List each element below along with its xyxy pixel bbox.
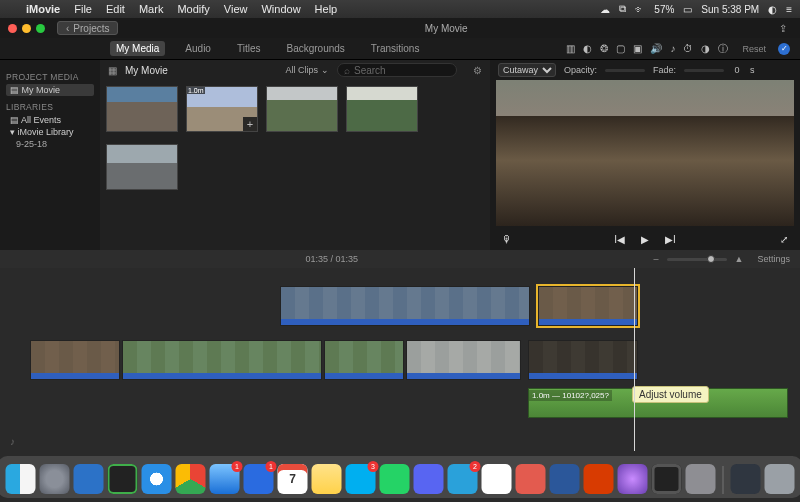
speed-icon[interactable]: ⏱ bbox=[683, 43, 693, 54]
battery-icon[interactable]: ▭ bbox=[683, 4, 692, 15]
spotlight-icon[interactable]: ◐ bbox=[768, 4, 777, 15]
timeline-clip[interactable] bbox=[528, 340, 638, 380]
sidebar-item-event[interactable]: 9-25-18 bbox=[6, 138, 94, 150]
app-menu[interactable]: iMovie bbox=[26, 3, 60, 15]
timeline-clip[interactable] bbox=[324, 340, 404, 380]
play-button[interactable]: ▶ bbox=[641, 234, 649, 245]
sidebar-item-project[interactable]: ▤ My Movie bbox=[6, 84, 94, 96]
apply-check-icon[interactable]: ✓ bbox=[778, 43, 790, 55]
stabilize-icon[interactable]: ▣ bbox=[633, 43, 642, 54]
opacity-slider[interactable] bbox=[605, 69, 645, 72]
traffic-lights bbox=[0, 24, 57, 33]
zoom-slider[interactable] bbox=[667, 258, 727, 261]
tab-audio[interactable]: Audio bbox=[179, 41, 217, 56]
dock-safari-icon[interactable] bbox=[142, 464, 172, 494]
timeline-clip[interactable] bbox=[122, 340, 322, 380]
menu-modify[interactable]: Modify bbox=[177, 3, 209, 15]
search-input[interactable]: ⌕ Search bbox=[337, 63, 457, 77]
timeline[interactable]: 1.0m — 10102?,025? Adjust volume ♪ bbox=[0, 268, 800, 451]
media-thumbnail[interactable] bbox=[106, 86, 178, 132]
dock-mail-icon[interactable]: 1 bbox=[210, 464, 240, 494]
reset-button[interactable]: Reset bbox=[742, 44, 766, 54]
overlay-mode-select[interactable]: Cutaway bbox=[498, 63, 556, 77]
notifications-icon[interactable]: ≡ bbox=[786, 4, 792, 15]
menu-file[interactable]: File bbox=[74, 3, 92, 15]
zoom-out-icon[interactable]: – bbox=[654, 254, 659, 264]
share-button[interactable]: ⇪ bbox=[774, 23, 792, 34]
dock-things-icon[interactable]: 1 bbox=[244, 464, 274, 494]
sidebar-item-imovie-library[interactable]: ▾ iMovie Library bbox=[6, 126, 94, 138]
dock-launchpad-icon[interactable] bbox=[40, 464, 70, 494]
filter-icon[interactable]: ◑ bbox=[701, 43, 710, 54]
color-correction-icon[interactable]: ❂ bbox=[600, 43, 608, 54]
close-button[interactable] bbox=[8, 24, 17, 33]
color-balance-icon[interactable]: ◐ bbox=[583, 43, 592, 54]
preview-viewer: Cutaway Opacity: Fade: 0 s 🎙 I◀ ▶ ▶I ⤢ bbox=[490, 60, 800, 250]
minimize-button[interactable] bbox=[22, 24, 31, 33]
tab-transitions[interactable]: Transitions bbox=[365, 41, 426, 56]
clips-filter[interactable]: All Clips ⌄ bbox=[285, 65, 329, 75]
dock-slack-icon[interactable] bbox=[482, 464, 512, 494]
dock-wunderlist-icon[interactable] bbox=[516, 464, 546, 494]
zoom-in-icon[interactable]: ▲ bbox=[735, 254, 744, 264]
timeline-settings-button[interactable]: Settings bbox=[757, 254, 790, 264]
menu-view[interactable]: View bbox=[224, 3, 248, 15]
dock-skype-icon[interactable]: 3 bbox=[346, 464, 376, 494]
media-thumbnail[interactable] bbox=[106, 144, 178, 190]
zoom-button[interactable] bbox=[36, 24, 45, 33]
noise-icon[interactable]: ♪ bbox=[670, 43, 675, 54]
view-toggle-icon[interactable]: ▦ bbox=[108, 65, 117, 76]
menu-edit[interactable]: Edit bbox=[106, 3, 125, 15]
info-icon[interactable]: ⓘ bbox=[718, 42, 728, 56]
tab-my-media[interactable]: My Media bbox=[110, 41, 165, 56]
clock[interactable]: Sun 5:38 PM bbox=[701, 4, 759, 15]
media-browser: ▦ My Movie All Clips ⌄ ⌕ Search ⚙ 1.0m + bbox=[100, 60, 490, 250]
preview-screen[interactable] bbox=[496, 80, 794, 226]
cloud-icon[interactable]: ☁ bbox=[600, 4, 610, 15]
playhead[interactable] bbox=[634, 268, 635, 451]
dock-pycharm-icon[interactable] bbox=[108, 464, 138, 494]
browser-settings-icon[interactable]: ⚙ bbox=[473, 65, 482, 76]
back-to-projects-button[interactable]: ‹ Projects bbox=[57, 21, 118, 35]
dock-finder-icon[interactable] bbox=[6, 464, 36, 494]
dock-whatsapp-icon[interactable] bbox=[380, 464, 410, 494]
wifi-icon[interactable]: ᯤ bbox=[635, 4, 645, 15]
dock-downloads-icon[interactable] bbox=[731, 464, 761, 494]
keyer-icon[interactable]: ▥ bbox=[566, 43, 575, 54]
dock-telegram-icon[interactable]: 2 bbox=[448, 464, 478, 494]
dock-app-icon[interactable] bbox=[584, 464, 614, 494]
dock-obs-icon[interactable] bbox=[652, 464, 682, 494]
audio-clip-label: 1.0m — 10102?,025? bbox=[529, 390, 612, 401]
media-thumbnail[interactable] bbox=[346, 86, 418, 132]
timeline-clip[interactable] bbox=[406, 340, 521, 380]
timeline-clip[interactable] bbox=[280, 286, 530, 326]
dropbox-icon[interactable]: ⧉ bbox=[619, 3, 626, 15]
voiceover-icon[interactable]: 🎙 bbox=[502, 234, 512, 245]
dock-word-icon[interactable] bbox=[550, 464, 580, 494]
timeline-clip-selected[interactable] bbox=[538, 286, 638, 326]
crop-icon[interactable]: ▢ bbox=[616, 43, 625, 54]
fade-slider[interactable] bbox=[684, 69, 724, 72]
dock-chrome-icon[interactable] bbox=[176, 464, 206, 494]
volume-icon[interactable]: 🔊 bbox=[650, 43, 662, 54]
fullscreen-icon[interactable]: ⤢ bbox=[780, 234, 788, 245]
menu-mark[interactable]: Mark bbox=[139, 3, 163, 15]
dock-xcode-icon[interactable] bbox=[74, 464, 104, 494]
dock-imovie-icon[interactable] bbox=[618, 464, 648, 494]
dock-notes-icon[interactable] bbox=[312, 464, 342, 494]
menu-help[interactable]: Help bbox=[315, 3, 338, 15]
media-thumbnail[interactable]: 1.0m + bbox=[186, 86, 258, 132]
sidebar-item-all-events[interactable]: ▤ All Events bbox=[6, 114, 94, 126]
next-frame-button[interactable]: ▶I bbox=[665, 234, 676, 245]
menu-window[interactable]: Window bbox=[261, 3, 300, 15]
dock-discord-icon[interactable] bbox=[414, 464, 444, 494]
tab-backgrounds[interactable]: Backgrounds bbox=[280, 41, 350, 56]
prev-frame-button[interactable]: I◀ bbox=[614, 234, 625, 245]
add-to-timeline-icon[interactable]: + bbox=[243, 117, 257, 131]
media-thumbnail[interactable] bbox=[266, 86, 338, 132]
dock-trash-icon[interactable] bbox=[765, 464, 795, 494]
tab-titles[interactable]: Titles bbox=[231, 41, 267, 56]
dock-calendar-icon[interactable]: 7 bbox=[278, 464, 308, 494]
dock-preferences-icon[interactable] bbox=[686, 464, 716, 494]
timeline-clip[interactable] bbox=[30, 340, 120, 380]
